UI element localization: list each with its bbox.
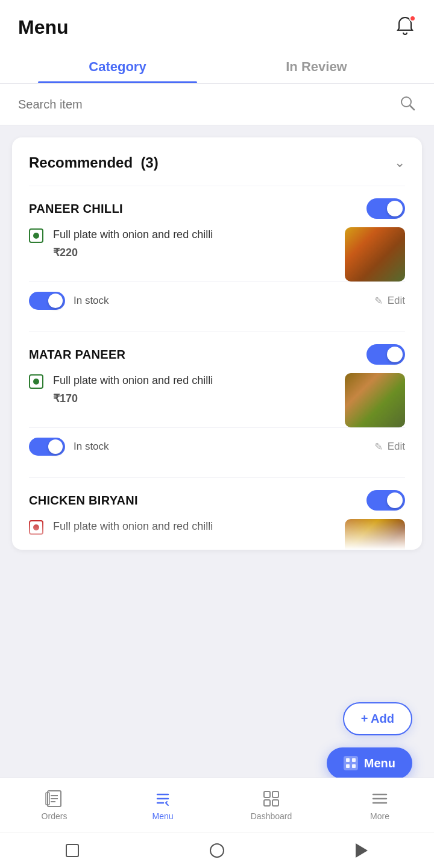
nav-label-menu: Menu	[152, 811, 173, 821]
edit-label: Edit	[388, 441, 405, 453]
item-top-row: MATAR PANEER	[29, 344, 405, 365]
item-enable-toggle-paneer-chilli[interactable]	[366, 198, 405, 219]
in-stock-label: In stock	[74, 295, 109, 307]
notification-bell[interactable]	[394, 15, 416, 39]
item-price: ₹170	[53, 392, 335, 405]
in-stock-label: In stock	[74, 441, 109, 453]
edit-icon: ✎	[374, 295, 383, 307]
svg-rect-2	[346, 758, 350, 762]
item-description: Full plate with onion and red chilli	[53, 373, 335, 388]
svg-rect-12	[272, 791, 278, 797]
nav-label-dashboard: Dashboard	[251, 811, 292, 821]
tab-bar: Category In Review	[0, 48, 434, 84]
search-icon[interactable]	[399, 95, 416, 114]
item-image	[345, 227, 405, 281]
fab-menu-icon	[344, 756, 358, 770]
svg-rect-5	[352, 764, 356, 768]
item-image	[345, 373, 405, 427]
item-info: Full plate with onion and red chilli ₹22…	[53, 227, 335, 259]
bottom-nav: Orders Menu Dashboard More	[0, 778, 434, 832]
system-recent-button[interactable]	[353, 842, 370, 859]
nav-label-more: More	[370, 811, 389, 821]
item-top-row: PANEER CHILLI	[29, 198, 405, 219]
veg-indicator	[29, 374, 43, 389]
header: Menu	[0, 0, 434, 48]
menu-item: MATAR PANEER Full plate with onion and r…	[29, 332, 405, 477]
system-home-button[interactable]	[209, 842, 225, 859]
item-price: ₹220	[53, 246, 335, 259]
stock-left: In stock	[29, 292, 109, 310]
main-content: Recommended (3) ⌄ PANEER CHILLI Full pla…	[0, 125, 434, 646]
item-info: Full plate with onion and red chilli ₹17…	[53, 373, 335, 405]
page-title: Menu	[18, 16, 69, 39]
tab-in-review[interactable]: In Review	[217, 48, 416, 83]
stock-left: In stock	[29, 438, 109, 456]
svg-rect-14	[272, 800, 278, 806]
svg-line-1	[410, 105, 414, 110]
fab-menu-button[interactable]: Menu	[327, 747, 412, 779]
edit-button-matar-paneer[interactable]: ✎ Edit	[374, 441, 405, 453]
search-bar	[0, 84, 434, 125]
chevron-down-icon[interactable]: ⌄	[394, 155, 405, 171]
item-name: PANEER CHILLI	[29, 202, 123, 216]
category-title: Recommended (3)	[29, 154, 159, 171]
item-stock-row: In stock ✎ Edit	[29, 427, 405, 465]
svg-rect-13	[264, 800, 270, 806]
item-detail-row: Full plate with onion and red chilli ₹22…	[29, 227, 405, 281]
nav-item-menu[interactable]: Menu	[108, 778, 217, 832]
svg-rect-3	[352, 758, 356, 762]
fab-menu-label: Menu	[364, 756, 395, 770]
item-description: Full plate with onion and red chilli	[53, 227, 335, 242]
menu-item: PANEER CHILLI Full plate with onion and …	[29, 186, 405, 332]
edit-button-paneer-chilli[interactable]: ✎ Edit	[374, 295, 405, 307]
system-back-button[interactable]	[64, 842, 81, 859]
edit-icon: ✎	[374, 441, 383, 453]
search-input[interactable]	[18, 98, 399, 112]
veg-indicator	[29, 228, 43, 243]
edit-label: Edit	[388, 295, 405, 307]
item-enable-toggle-matar-paneer[interactable]	[366, 344, 405, 365]
nav-item-dashboard[interactable]: Dashboard	[217, 778, 326, 832]
notification-dot	[409, 15, 416, 22]
in-stock-toggle-matar-paneer[interactable]	[29, 438, 65, 456]
svg-rect-4	[346, 764, 350, 768]
food-image-placeholder	[345, 373, 405, 427]
item-top-row: CHICKEN BIRYANI	[29, 490, 405, 511]
item-stock-row: In stock ✎ Edit	[29, 281, 405, 319]
category-header: Recommended (3) ⌄	[29, 154, 405, 171]
fab-add-button[interactable]: + Add	[343, 702, 412, 735]
menu-item-partial: CHICKEN BIRYANI Full plate with onion an…	[29, 477, 405, 550]
in-stock-toggle-paneer-chilli[interactable]	[29, 292, 65, 310]
item-detail-row: Full plate with onion and red chilli ₹17…	[29, 373, 405, 427]
category-card: Recommended (3) ⌄ PANEER CHILLI Full pla…	[12, 137, 422, 550]
item-name: CHICKEN BIRYANI	[29, 494, 138, 508]
nav-item-more[interactable]: More	[326, 778, 434, 832]
tab-category[interactable]: Category	[18, 48, 217, 83]
system-nav	[0, 832, 434, 868]
item-enable-toggle-chicken-biryani[interactable]	[366, 490, 405, 511]
item-name: MATAR PANEER	[29, 348, 125, 362]
nav-item-orders[interactable]: Orders	[0, 778, 108, 832]
nav-label-orders: Orders	[42, 811, 68, 821]
food-image-placeholder	[345, 227, 405, 281]
svg-rect-11	[264, 791, 270, 797]
